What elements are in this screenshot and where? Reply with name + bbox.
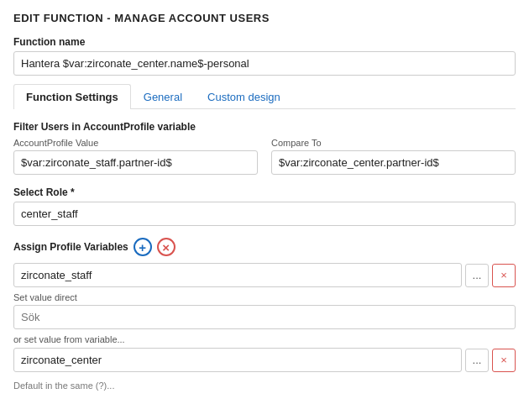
select-role-section: Select Role * bbox=[13, 186, 516, 226]
function-name-section: Function name bbox=[13, 36, 516, 76]
function-name-label: Function name bbox=[13, 36, 516, 48]
account-profile-input[interactable] bbox=[13, 150, 258, 175]
set-value-direct-wrapper: Set value direct bbox=[13, 292, 516, 334]
compare-to-col: Compare To bbox=[271, 138, 516, 175]
page-title: EDIT FUNCTION - MANAGE ACCOUNT USERS bbox=[13, 12, 516, 24]
variable-row-1-input[interactable] bbox=[13, 263, 462, 287]
select-role-label: Select Role * bbox=[13, 186, 516, 198]
set-value-input[interactable] bbox=[13, 305, 516, 329]
function-name-input[interactable] bbox=[13, 51, 516, 76]
compare-to-label: Compare To bbox=[271, 138, 516, 148]
account-profile-col: AccountProfile Value bbox=[13, 138, 258, 175]
filter-section-header: Filter Users in AccountProfile variable bbox=[13, 121, 516, 133]
variable-row-2-dots-button[interactable]: ... bbox=[465, 349, 489, 372]
tab-function-settings[interactable]: Function Settings bbox=[13, 84, 131, 109]
assign-section: Assign Profile Variables + × ... × Set v… bbox=[13, 238, 516, 372]
set-value-label: Set value direct bbox=[13, 292, 516, 302]
bottom-hint: Default in the same (?)... bbox=[13, 381, 516, 391]
variable-row-2: ... × bbox=[13, 348, 516, 372]
set-value-from-label: or set value from variable... bbox=[13, 334, 516, 344]
compare-to-input[interactable] bbox=[271, 150, 516, 175]
variable-row-1: ... × bbox=[13, 263, 516, 287]
tab-general[interactable]: General bbox=[131, 84, 195, 109]
tab-custom-design[interactable]: Custom design bbox=[195, 84, 293, 109]
variable-row-2-remove-button[interactable]: × bbox=[492, 349, 516, 372]
variable-row-2-input[interactable] bbox=[13, 348, 462, 372]
remove-variable-button[interactable]: × bbox=[157, 238, 175, 256]
add-variable-button[interactable]: + bbox=[134, 238, 152, 256]
variable-row-1-dots-button[interactable]: ... bbox=[465, 264, 489, 287]
page-wrapper: EDIT FUNCTION - MANAGE ACCOUNT USERS Fun… bbox=[0, 0, 529, 402]
filter-section: Filter Users in AccountProfile variable … bbox=[13, 121, 516, 175]
select-role-input[interactable] bbox=[13, 202, 516, 226]
filter-two-col: AccountProfile Value Compare To bbox=[13, 138, 516, 175]
variable-row-1-remove-button[interactable]: × bbox=[492, 264, 516, 287]
account-profile-label: AccountProfile Value bbox=[13, 138, 258, 148]
tabs-row: Function Settings General Custom design bbox=[13, 84, 516, 109]
assign-header-row: Assign Profile Variables + × bbox=[13, 238, 516, 256]
assign-section-label: Assign Profile Variables bbox=[13, 241, 128, 253]
